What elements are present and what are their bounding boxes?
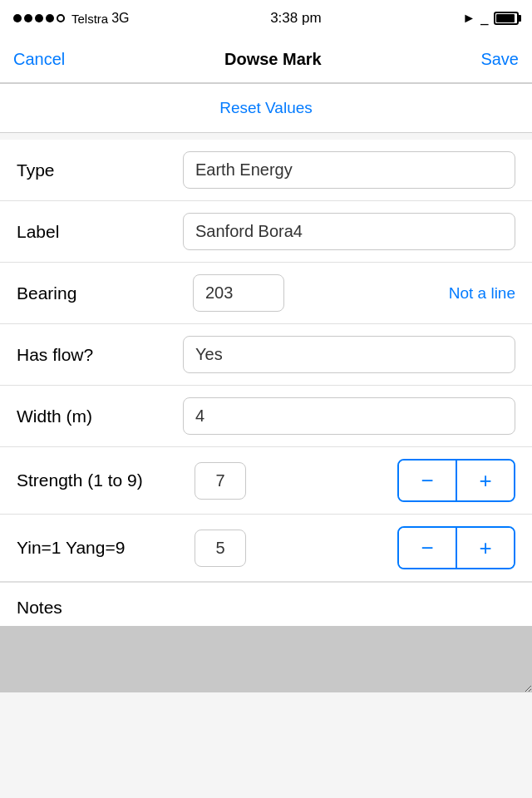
yin-yang-decrement-button[interactable]: −: [399, 528, 456, 568]
strength-value[interactable]: [195, 462, 246, 500]
type-label: Type: [17, 160, 183, 180]
signal-dot-2: [24, 14, 32, 22]
status-left: Telstra 3G: [13, 11, 130, 26]
location-icon: ►: [462, 11, 475, 26]
notes-textarea[interactable]: [0, 626, 532, 692]
bluetooth-icon: ⎯: [480, 11, 489, 26]
bearing-row: Bearing Not a line: [0, 263, 532, 324]
signal-dots: [13, 14, 65, 22]
signal-dot-1: [13, 14, 22, 22]
yin-yang-label: Yin=1 Yang=9: [17, 538, 183, 558]
label-input[interactable]: [183, 213, 515, 250]
strength-label: Strength (1 to 9): [17, 470, 183, 490]
strength-row: Strength (1 to 9) − +: [0, 447, 532, 515]
width-input[interactable]: [183, 397, 515, 435]
type-row: Type: [0, 140, 532, 201]
signal-dot-5: [57, 14, 65, 22]
yin-yang-row: Yin=1 Yang=9 − +: [0, 515, 532, 582]
label-row: Label: [0, 201, 532, 263]
notes-label-row: Notes: [0, 582, 532, 626]
signal-dot-3: [35, 14, 43, 22]
notes-label: Notes: [17, 598, 62, 617]
label-label: Label: [17, 222, 183, 242]
yin-yang-increment-button[interactable]: +: [457, 528, 514, 568]
strength-stepper: − +: [397, 459, 515, 502]
content: Reset Values Type Label Bearing Not a li…: [0, 83, 532, 692]
battery-fill: [496, 14, 515, 22]
status-time: 3:38 pm: [270, 10, 321, 27]
status-bar: Telstra 3G 3:38 pm ► ⎯: [0, 0, 532, 37]
bearing-label: Bearing: [17, 283, 183, 303]
has-flow-row: Has flow?: [0, 324, 532, 386]
has-flow-label: Has flow?: [17, 345, 183, 365]
cancel-button[interactable]: Cancel: [13, 50, 65, 69]
save-button[interactable]: Save: [480, 50, 519, 69]
battery-icon: [494, 12, 519, 25]
nav-bar: Cancel Dowse Mark Save: [0, 37, 532, 83]
width-row: Width (m): [0, 386, 532, 447]
strength-increment-button[interactable]: +: [457, 461, 514, 500]
yin-yang-stepper: − +: [397, 526, 515, 569]
status-right: ► ⎯: [462, 11, 519, 26]
yin-yang-value[interactable]: [195, 530, 246, 567]
reset-values-button[interactable]: Reset Values: [219, 99, 313, 117]
form-section: Type Label Bearing Not a line Has flow? …: [0, 140, 532, 692]
bearing-input[interactable]: [193, 274, 284, 312]
nav-title: Dowse Mark: [224, 50, 322, 69]
carrier-text: Telstra: [71, 12, 108, 26]
not-a-line-button[interactable]: Not a line: [449, 284, 515, 303]
width-label: Width (m): [17, 406, 183, 426]
network-type: 3G: [111, 11, 129, 26]
reset-section: Reset Values: [0, 83, 532, 133]
has-flow-input[interactable]: [183, 336, 515, 373]
strength-decrement-button[interactable]: −: [399, 461, 456, 500]
signal-dot-4: [46, 14, 54, 22]
type-input[interactable]: [183, 151, 515, 189]
